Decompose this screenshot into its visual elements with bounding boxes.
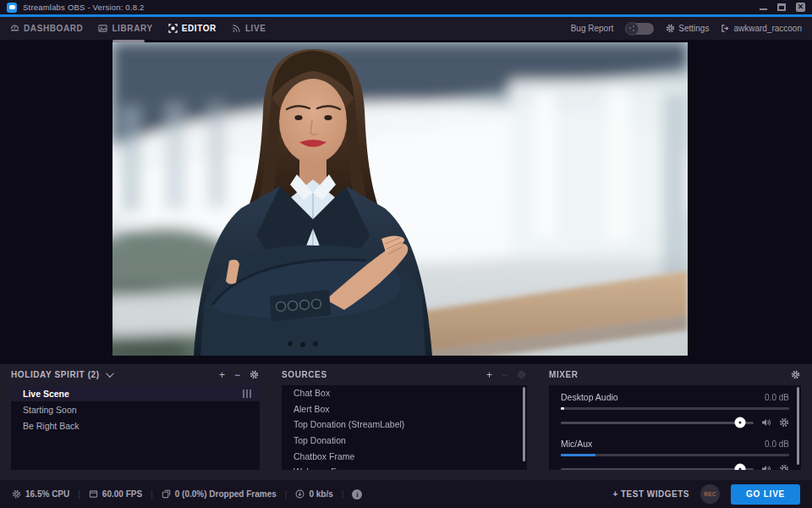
gear-icon [517,370,526,379]
source-item[interactable]: Webcam Frame [282,464,527,470]
channel-db-value: 0.0 dB [765,393,789,402]
minimize-button[interactable] [760,8,767,10]
download-icon [295,489,304,499]
source-item-label: Top Donation [294,435,346,445]
scene-item-label: Be Right Back [23,421,80,431]
close-button[interactable]: ✕ [796,3,805,12]
volume-meter [561,407,789,410]
remove-source-button[interactable]: − [502,370,508,380]
tab-library[interactable]: LIBRARY [98,24,152,33]
sources-panel: SOURCES + − Chat Box Alert Box Top Donat… [271,364,538,480]
status-bar: 16.5% CPU | 60.00 FPS | 0 (0.0%) Dropped… [0,480,812,508]
sources-scrollbar[interactable] [523,387,525,461]
mute-button[interactable] [761,417,771,428]
tab-dashboard-label: DASHBOARD [24,24,83,33]
volume-slider[interactable] [561,422,754,424]
scene-item-label: Starting Soon [23,405,77,415]
speaker-icon [761,417,771,428]
source-item[interactable]: Chat Box [282,385,527,401]
dropped-frames-icon [162,489,171,499]
library-icon [98,24,107,33]
bug-report-label: Bug Report [571,24,614,33]
scenes-list: Live Scene Starting Soon Be Right Back [11,385,260,470]
gear-icon [791,370,800,379]
source-item[interactable]: Alert Box [282,401,527,417]
editor-icon [168,24,178,33]
webcam-video-frame [112,42,688,356]
channel-settings-button[interactable] [779,417,789,428]
gear-icon [666,24,675,33]
nav-bar: DASHBOARD LIBRARY EDITOR LIVE Bug Report… [0,17,812,40]
sources-title: SOURCES [282,370,327,379]
tab-dashboard[interactable]: DASHBOARD [10,24,83,33]
drag-handle-icon[interactable] [243,389,251,398]
tab-editor-label: EDITOR [182,24,217,33]
add-source-button[interactable]: + [486,370,492,380]
tab-live[interactable]: LIVE [232,24,266,33]
stream-preview[interactable] [112,42,688,356]
dropped-frames-value: 0 (0.0%) Dropped Frames [175,489,277,499]
mixer-channel-desktop-audio: Desktop Audio 0.0 dB [561,392,789,428]
username-label: awkward_raccoon [733,24,802,33]
mixer-scrollbar[interactable] [797,387,799,465]
bug-icon [625,22,639,36]
bottom-panels: HOLIDAY SPIRIT (2) + − Live Scene Starti… [0,364,812,480]
tab-live-label: LIVE [245,24,266,33]
volume-meter-fill [561,454,595,456]
volume-meter [561,454,789,456]
gear-icon [250,370,259,379]
tab-editor[interactable]: EDITOR [168,24,217,33]
source-item[interactable]: Top Donation (StreamLabel) [282,417,527,433]
scene-item-label: Live Scene [23,389,69,399]
settings-button[interactable]: Settings [666,24,709,33]
remove-scene-button[interactable]: − [234,370,240,380]
mixer-title: MIXER [549,370,579,379]
dashboard-icon [10,24,19,33]
channel-name: Desktop Audio [561,392,618,402]
scene-item[interactable]: Live Scene [11,385,260,401]
go-live-button[interactable]: GO LIVE [731,484,800,505]
maximize-button[interactable] [777,3,786,11]
volume-slider-knob[interactable] [735,417,746,428]
gear-icon [12,489,21,499]
scene-collection-title[interactable]: HOLIDAY SPIRIT (2) [11,370,100,379]
cpu-stat: 16.5% CPU [12,489,69,499]
scene-settings-button[interactable] [250,370,259,379]
bug-report-toggle[interactable] [625,23,654,35]
mute-button[interactable] [761,464,771,470]
mixer-settings-button[interactable] [791,370,800,379]
volume-slider[interactable] [561,468,754,471]
chevron-down-icon[interactable] [106,369,114,378]
gear-icon [779,464,789,470]
editor-display-area [0,40,812,364]
scene-item[interactable]: Starting Soon [11,401,260,417]
fps-stat: 60.00 FPS [89,489,142,499]
source-item-label: Alert Box [294,404,330,414]
source-item[interactable]: Chatbox Frame [282,448,527,464]
window-title: Streamlabs OBS - Version: 0.8.2 [23,3,145,12]
volume-meter-fill [561,407,564,410]
channel-settings-button[interactable] [779,464,789,470]
dropped-frames-stat: 0 (0.0%) Dropped Frames [162,489,277,499]
info-icon[interactable]: i [352,489,362,500]
mixer-channel-mic-aux: Mic/Aux 0.0 dB [561,439,789,470]
source-settings-button[interactable] [517,370,526,379]
sources-list: Chat Box Alert Box Top Donation (StreamL… [282,385,527,470]
source-item-label: Chatbox Frame [294,451,354,461]
user-account[interactable]: awkward_raccoon [721,24,802,33]
bandwidth-value: 0 kb/s [309,489,332,499]
volume-slider-knob[interactable] [735,464,746,471]
cpu-value: 16.5% CPU [25,489,69,499]
channel-db-value: 0.0 dB [765,439,789,449]
live-icon [232,24,241,33]
source-item[interactable]: Top Donation [282,433,527,449]
fps-icon [89,489,98,499]
scene-item[interactable]: Be Right Back [11,417,260,433]
add-scene-button[interactable]: + [219,370,225,380]
fps-value: 60.00 FPS [102,489,142,499]
test-widgets-button[interactable]: + TEST WIDGETS [612,489,689,499]
record-button[interactable]: REC [700,484,720,504]
source-item-label: Webcam Frame [294,467,357,470]
channel-name: Mic/Aux [561,439,592,449]
speaker-icon [761,464,771,470]
